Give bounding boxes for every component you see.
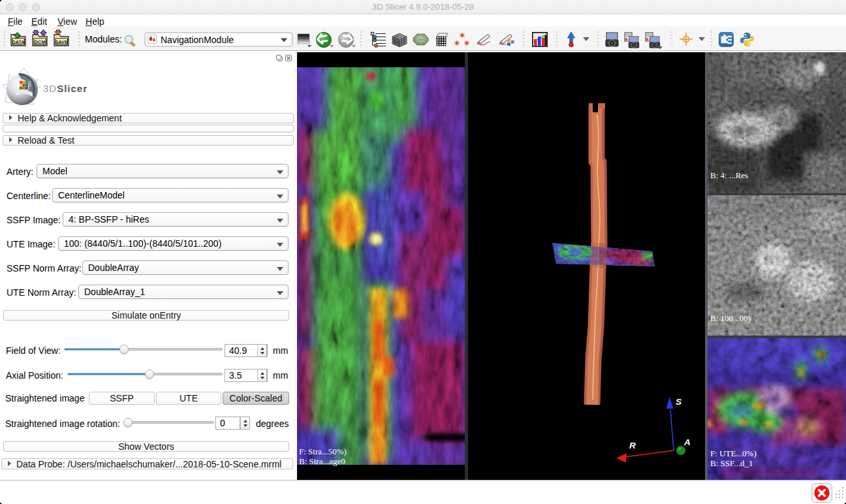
svg-text:SAVE: SAVE	[55, 39, 68, 45]
svg-text:3DSlicer: 3DSlicer	[43, 83, 87, 94]
svg-text:B: SSF...d_1: B: SSF...d_1	[710, 458, 753, 468]
svg-text:A: A	[683, 437, 691, 447]
svg-text:R: R	[629, 441, 636, 450]
svg-text:NavigationModule: NavigationModule	[161, 35, 234, 45]
svg-text:B: 100...00): B: 100...00)	[710, 313, 751, 323]
svg-text:DATA: DATA	[12, 39, 25, 45]
svg-text:S: S	[676, 397, 682, 407]
svg-text:Modules:: Modules:	[85, 34, 122, 44]
svg-text:B: 4: ...Res: B: 4: ...Res	[710, 170, 748, 180]
svg-text:F: UTE...0%): F: UTE...0%)	[710, 449, 757, 458]
svg-text:DCM: DCM	[35, 39, 46, 45]
